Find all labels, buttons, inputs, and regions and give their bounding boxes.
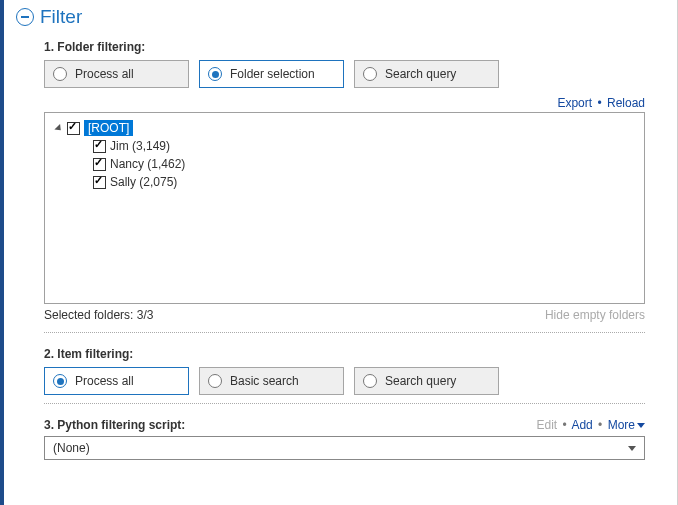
folder-filtering-options: Process all Folder selection Search quer… [44, 60, 659, 88]
radio-icon [53, 374, 67, 388]
item-option-search-query[interactable]: Search query [354, 367, 499, 395]
tree-item-label: Sally (2,075) [110, 175, 177, 189]
folder-option-process-all[interactable]: Process all [44, 60, 189, 88]
python-script-links: Edit • Add • More [537, 418, 646, 432]
folder-status-row: Selected folders: 3/3 Hide empty folders [44, 308, 645, 322]
panel-header[interactable]: Filter [16, 6, 659, 28]
radio-icon [363, 67, 377, 81]
more-dropdown[interactable]: More [608, 418, 645, 432]
radio-label: Search query [385, 374, 456, 388]
bullet-separator: • [563, 418, 567, 432]
chevron-down-icon [628, 446, 636, 451]
add-link[interactable]: Add [571, 418, 592, 432]
checkbox-item[interactable] [93, 176, 106, 189]
folder-tree[interactable]: [ROOT] Jim (3,149) Nancy (1,462) Sally (… [44, 112, 645, 304]
radio-label: Process all [75, 67, 134, 81]
collapse-icon[interactable] [16, 8, 34, 26]
folder-filtering-label: 1. Folder filtering: [44, 40, 659, 54]
edit-link: Edit [537, 418, 558, 432]
radio-icon [208, 374, 222, 388]
item-filtering-options: Process all Basic search Search query [44, 367, 659, 395]
export-link[interactable]: Export [557, 96, 592, 110]
bullet-separator: • [598, 418, 602, 432]
select-value: (None) [53, 441, 90, 455]
radio-icon [363, 374, 377, 388]
radio-icon [53, 67, 67, 81]
selected-folders-status: Selected folders: 3/3 [44, 308, 153, 322]
item-option-basic-search[interactable]: Basic search [199, 367, 344, 395]
expand-icon[interactable] [54, 123, 63, 132]
radio-icon [208, 67, 222, 81]
folder-tree-links: Export • Reload [22, 96, 645, 110]
radio-label: Process all [75, 374, 134, 388]
section-separator [44, 403, 645, 404]
tree-item[interactable]: Sally (2,075) [93, 173, 636, 191]
python-script-select[interactable]: (None) [44, 436, 645, 460]
python-filtering-label: 3. Python filtering script: [44, 418, 185, 432]
radio-label: Basic search [230, 374, 299, 388]
section-separator [44, 332, 645, 333]
tree-root-row[interactable]: [ROOT] [53, 119, 636, 137]
hide-empty-folders-link[interactable]: Hide empty folders [545, 308, 645, 322]
item-option-process-all[interactable]: Process all [44, 367, 189, 395]
checkbox-item[interactable] [93, 158, 106, 171]
tree-item-label: Jim (3,149) [110, 139, 170, 153]
tree-item[interactable]: Nancy (1,462) [93, 155, 636, 173]
item-filtering-label: 2. Item filtering: [44, 347, 659, 361]
reload-link[interactable]: Reload [607, 96, 645, 110]
checkbox-item[interactable] [93, 140, 106, 153]
bullet-separator: • [597, 96, 601, 110]
radio-label: Search query [385, 67, 456, 81]
radio-label: Folder selection [230, 67, 315, 81]
filter-panel: Filter 1. Folder filtering: Process all … [4, 0, 677, 470]
checkbox-root[interactable] [67, 122, 80, 135]
panel-title: Filter [40, 6, 82, 28]
folder-option-folder-selection[interactable]: Folder selection [199, 60, 344, 88]
folder-option-search-query[interactable]: Search query [354, 60, 499, 88]
tree-item-label: Nancy (1,462) [110, 157, 185, 171]
tree-root-label[interactable]: [ROOT] [84, 120, 133, 136]
tree-item[interactable]: Jim (3,149) [93, 137, 636, 155]
python-script-header: 3. Python filtering script: Edit • Add •… [44, 418, 645, 432]
